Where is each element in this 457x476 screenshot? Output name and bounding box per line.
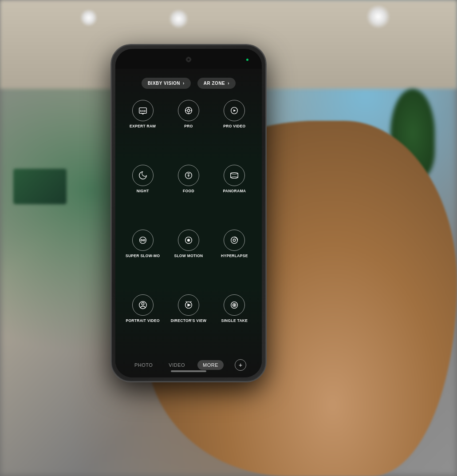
mode-hyperlapse[interactable]: HYPERLAPSE (214, 230, 255, 288)
svg-marker-9 (233, 109, 236, 112)
single-take-icon-circle (224, 294, 245, 316)
add-mode-button[interactable]: + (235, 359, 246, 371)
ceiling-light-2 (169, 9, 189, 29)
svg-point-13 (141, 239, 142, 241)
pro-video-icon (229, 106, 239, 115)
svg-point-16 (187, 239, 190, 242)
super-slow-mo-icon (138, 235, 148, 245)
front-camera (186, 57, 191, 62)
expert-raw-icon: RAW (138, 106, 148, 115)
svg-line-23 (186, 301, 187, 302)
mode-night[interactable]: NIGHT (122, 165, 163, 223)
svg-point-3 (187, 109, 190, 112)
super-slow-mo-label: SUPER SLOW-MO (126, 254, 160, 258)
pro-icon-circle (178, 100, 199, 121)
hyperlapse-label: HYPERLAPSE (221, 254, 248, 258)
phone-screen: BIXBY VISION › AR ZONE › (115, 49, 262, 377)
pro-icon (184, 106, 193, 115)
nav-more[interactable]: MORE (197, 360, 224, 370)
single-take-icon (229, 300, 239, 310)
svg-line-24 (190, 301, 192, 302)
bixby-vision-arrow: › (183, 81, 185, 86)
night-label: NIGHT (137, 189, 149, 193)
pro-video-icon-circle (224, 100, 245, 121)
slow-motion-icon (184, 235, 193, 245)
food-label: FOOD (183, 189, 194, 193)
indicator-dot (246, 59, 248, 61)
directors-view-label: DIRECTOR'S VIEW (171, 318, 207, 323)
panorama-icon-circle (224, 165, 245, 186)
bixby-vision-button[interactable]: BIXBY VISION › (142, 78, 191, 89)
mode-expert-raw[interactable]: RAW EXPERT RAW (122, 100, 163, 158)
portrait-video-label: PORTRAIT VIDEO (126, 318, 159, 323)
mode-portrait-video[interactable]: PORTRAIT VIDEO (122, 294, 163, 353)
svg-point-18 (233, 239, 236, 242)
portrait-video-icon-circle (132, 294, 154, 316)
svg-text:RAW: RAW (140, 110, 146, 112)
mode-panorama[interactable]: PANORAMA (214, 165, 255, 223)
camera-mode-grid: RAW EXPERT RAW (122, 100, 255, 353)
mode-directors-view[interactable]: DIRECTOR'S VIEW (168, 294, 209, 353)
mode-pro[interactable]: PRO (168, 100, 209, 158)
svg-point-19 (142, 303, 144, 305)
mode-food[interactable]: FOOD (168, 165, 209, 223)
camera-bottom-nav: PHOTO VIDEO MORE + (122, 359, 255, 371)
svg-point-27 (234, 305, 235, 306)
top-action-buttons: BIXBY VISION › AR ZONE › (122, 78, 255, 89)
background-tv (13, 169, 67, 204)
svg-point-14 (143, 239, 145, 241)
pro-video-label: PRO VIDEO (223, 124, 245, 128)
home-indicator (171, 370, 206, 372)
panorama-icon (229, 171, 239, 180)
portrait-video-icon (138, 300, 148, 310)
hyperlapse-icon-circle (224, 230, 245, 251)
expert-raw-label: EXPERT RAW (130, 124, 156, 128)
nav-video[interactable]: VIDEO (165, 360, 189, 370)
directors-view-icon (184, 300, 193, 310)
slow-motion-icon-circle (178, 230, 199, 251)
slow-motion-label: SLOW MOTION (174, 254, 203, 258)
ceiling-light-3 (366, 4, 390, 29)
mode-slow-motion[interactable]: SLOW MOTION (168, 230, 209, 288)
camera-app-content: BIXBY VISION › AR ZONE › (115, 69, 262, 377)
ar-zone-label: AR ZONE (204, 81, 225, 86)
hyperlapse-icon (229, 235, 239, 245)
pro-label: PRO (184, 124, 193, 128)
night-icon-circle (132, 165, 154, 186)
single-take-label: SINGLE TAKE (221, 318, 248, 323)
night-icon (138, 171, 148, 180)
directors-view-icon-circle (178, 294, 199, 316)
phone-device: BIXBY VISION › AR ZONE › (111, 44, 266, 382)
mode-single-take[interactable]: SINGLE TAKE (214, 294, 255, 353)
ceiling-light-1 (80, 9, 98, 27)
food-icon (184, 171, 193, 180)
mode-super-slow-mo[interactable]: SUPER SLOW-MO (122, 230, 163, 288)
bixby-vision-label: BIXBY VISION (148, 81, 180, 86)
svg-marker-22 (188, 304, 190, 306)
nav-photo[interactable]: PHOTO (131, 360, 156, 370)
ar-zone-button[interactable]: AR ZONE › (197, 78, 236, 89)
mode-pro-video[interactable]: PRO VIDEO (214, 100, 255, 158)
phone-frame: BIXBY VISION › AR ZONE › (111, 44, 266, 382)
expert-raw-icon-circle: RAW (132, 100, 154, 121)
super-slow-mo-icon-circle (132, 230, 154, 251)
add-mode-icon: + (239, 361, 242, 369)
ar-zone-arrow: › (228, 81, 229, 86)
food-icon-circle (178, 165, 199, 186)
panorama-label: PANORAMA (223, 189, 246, 193)
